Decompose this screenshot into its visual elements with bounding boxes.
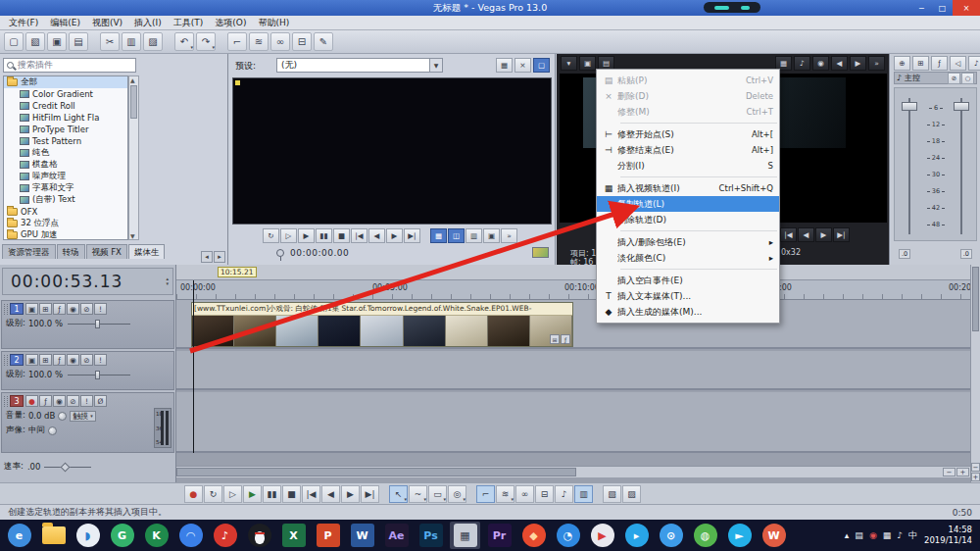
trimmer-history-button[interactable]: ▾ <box>561 56 577 71</box>
track-drag-handle[interactable] <box>4 304 8 315</box>
preview-frame-icon[interactable] <box>532 247 549 258</box>
pan-knob[interactable] <box>48 426 57 435</box>
volume-knob[interactable] <box>58 412 67 421</box>
preview-prev-frame-button[interactable]: ◀ <box>368 228 385 243</box>
taskbar-clock[interactable]: 14:58 2019/11/14 <box>924 525 972 545</box>
tree-item-6[interactable]: 纯色 <box>4 147 127 159</box>
tree-item-0[interactable]: 全部 <box>4 76 127 88</box>
timeline[interactable]: 10:15.21 00:00:0000:05:0000:10:0000:15:0… <box>176 265 970 482</box>
loop-playback-button[interactable]: ↻ <box>204 485 222 503</box>
mixer-view-toggle[interactable]: ▥ <box>574 485 593 503</box>
timeline-zoom-out-button[interactable]: − <box>943 468 956 476</box>
preview-go-start-button[interactable]: |◀ <box>351 228 368 243</box>
metronome-toggle[interactable]: ♪ <box>555 485 573 503</box>
tabs-scroll-left[interactable]: ◂ <box>201 251 213 263</box>
copy-button[interactable]: ▥ <box>122 32 141 51</box>
automation-settings-icon[interactable]: ◉ <box>67 303 79 315</box>
tree-item-9[interactable]: 字幕和文字 <box>4 182 127 194</box>
tree-item-8[interactable]: 噪声纹理 <box>4 171 127 182</box>
rate-slider[interactable] <box>44 463 91 472</box>
marker-position-tag[interactable]: 10:15.21 <box>218 267 257 277</box>
track-number-badge[interactable]: 1 <box>10 303 24 315</box>
pan-value[interactable]: 中间 <box>28 425 45 436</box>
maximize-button[interactable]: □ <box>932 0 953 16</box>
tree-scrollbar[interactable] <box>128 75 139 240</box>
trimmer-save-button[interactable]: ▣ <box>579 56 596 71</box>
tree-item-11[interactable]: OFX <box>4 206 127 218</box>
trimmer-go-start-button[interactable]: |◀ <box>780 227 797 242</box>
marker-bar[interactable]: 10:15.21 <box>176 265 970 280</box>
time-ruler[interactable]: 00:00:0000:05:0000:10:0000:15:0000:20:00 <box>176 280 970 300</box>
trimmer-next-button[interactable]: ▶ <box>850 56 866 71</box>
tab-1[interactable]: 转场 <box>57 244 85 259</box>
tree-item-7[interactable]: 棋盘格 <box>4 159 127 171</box>
cursor-pin-icon[interactable] <box>276 249 284 257</box>
v-scroll-thumb[interactable] <box>972 267 979 331</box>
tree-item-12[interactable]: 32 位浮点 <box>4 218 127 229</box>
record-button[interactable]: ● <box>184 485 203 503</box>
master-mute-button[interactable]: ⊘ <box>948 73 960 84</box>
360-antivirus-slot[interactable]: ◍ <box>690 522 720 549</box>
normal-edit-tool-button[interactable]: ↖▾ <box>389 485 408 503</box>
cut-button[interactable]: ✂ <box>100 32 120 51</box>
mute-icon[interactable]: ⊘ <box>67 395 79 407</box>
external-monitor-button[interactable]: ▢ <box>533 58 550 73</box>
play-button[interactable]: ▶ <box>243 485 262 503</box>
track-fx-icon[interactable]: ƒ <box>39 395 52 407</box>
preview-split-screen-button[interactable]: ◫ <box>448 228 465 243</box>
photoshop-slot[interactable]: Ps <box>416 522 446 549</box>
next-frame-button[interactable]: ▶ <box>341 485 360 503</box>
event-fx-button[interactable]: ƒ <box>561 334 570 344</box>
timecode-spinners[interactable] <box>166 276 170 286</box>
media-player-slot[interactable]: ▶ <box>587 522 617 549</box>
dropdown-arrow-icon[interactable] <box>429 59 442 72</box>
file-explorer-slot[interactable] <box>38 522 69 549</box>
qq-browser-slot[interactable]: ◠ <box>175 522 206 549</box>
preview-go-end-button[interactable]: ▶| <box>404 228 420 243</box>
track-header-1[interactable]: 1 ▣⊞ƒ◉⊘! 级别: 100.0 % <box>1 300 174 349</box>
context-item-10[interactable]: 删除轨道(D) <box>597 212 779 227</box>
vertical-scrollbar[interactable]: −+ <box>970 265 980 482</box>
track-lane-3[interactable] <box>176 392 970 453</box>
slider-handle[interactable] <box>95 371 100 379</box>
track-number-badge[interactable]: 3 <box>10 395 24 407</box>
tab-3[interactable]: 媒体生 <box>128 244 166 259</box>
plugin-search-input[interactable]: 搜索插件 <box>3 58 136 73</box>
lock-envelopes-toggle[interactable]: ∞ <box>515 485 534 503</box>
menu-item-3[interactable]: 插入(I) <box>128 16 168 30</box>
auto-ripple-toggle[interactable]: ≋▾ <box>496 485 514 503</box>
insert-audio-bus-button[interactable]: ⊕ <box>894 56 910 71</box>
whats-this-button[interactable]: ✎ <box>314 32 333 51</box>
wegame-slot[interactable]: G <box>107 522 137 549</box>
menu-item-0[interactable]: 文件(F) <box>3 16 44 30</box>
tree-item-13[interactable]: GPU 加速 <box>4 229 127 240</box>
trimmer-hover-scrub-button[interactable]: ◉ <box>812 56 829 71</box>
tree-item-3[interactable]: HitFilm Light Fla <box>4 112 127 124</box>
solo-icon[interactable]: ! <box>80 395 93 407</box>
stop-button[interactable]: ■ <box>282 485 301 503</box>
hidden-icons-button[interactable]: ▴ <box>845 530 850 540</box>
trimmer-prev-button[interactable]: ◀ <box>831 56 848 71</box>
timeline-zoom-in-button[interactable]: + <box>956 468 969 476</box>
trimmer-frame-fwd-button[interactable]: ▶ <box>815 227 832 242</box>
preview-play-button[interactable]: ▶ <box>298 228 315 243</box>
remove-plugin-button[interactable]: × <box>514 58 531 73</box>
track-header-3-audio[interactable]: 3 ●ƒ◉⊘!Ø 音量: 0.0 dB 触摸 声像: 中间 183654 <box>1 392 174 453</box>
video-preview-screen[interactable] <box>232 77 552 225</box>
envelope-edit-tool-button[interactable]: ~▾ <box>409 485 427 503</box>
trimmer-show-audio-button[interactable]: ♪ <box>794 56 810 71</box>
open-button[interactable]: ▧ <box>25 32 45 51</box>
preview-copy-snapshot-button[interactable]: ▥ <box>466 228 482 243</box>
context-item-4[interactable]: ⊢修整开始点(S)Alt+[ <box>597 126 779 142</box>
enable-snapping-button[interactable]: ⌐ <box>227 32 247 51</box>
redo-button[interactable]: ↷▾ <box>196 32 216 51</box>
play-from-start-button[interactable]: ▷ <box>223 485 242 503</box>
level-slider[interactable] <box>68 371 130 379</box>
tab-2[interactable]: 视频 FX <box>86 244 127 259</box>
tencent-video-slot[interactable]: ▸ <box>621 522 652 549</box>
track-number-badge[interactable]: 2 <box>10 354 24 366</box>
mixer-downmix-button[interactable]: ◁ <box>950 56 966 71</box>
fader-handle[interactable] <box>902 102 917 111</box>
enable-snapping-toggle[interactable]: ⌐ <box>476 485 495 503</box>
vegas-pro-slot[interactable]: ▦ <box>450 522 480 549</box>
